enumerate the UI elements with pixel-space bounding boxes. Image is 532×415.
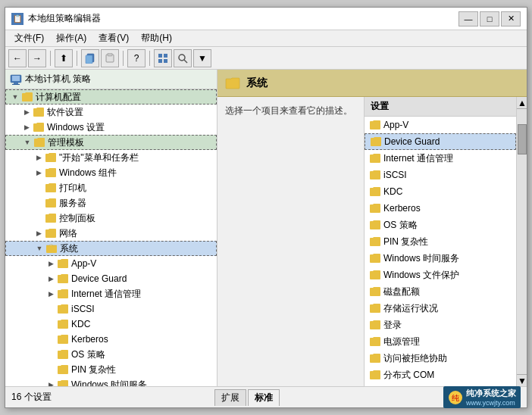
settings-item-internet[interactable]: Internet 通信管理 [365,150,516,167]
settings-item-kerberos[interactable]: Kerberos [365,200,516,217]
tree-node-deviceguard[interactable]: ▶ Device Guard [5,271,217,286]
settings-label-wintimeservice: Windows 时间服务 [383,252,459,265]
tab-standard[interactable]: 标准 [248,389,280,406]
watermark-icon: 纯 [448,390,463,405]
settings-label-winfileprotect: Windows 文件保护 [383,269,459,282]
svg-line-9 [184,60,187,63]
search-button[interactable] [174,49,192,67]
tree-node-internet[interactable]: ▶ Internet 通信管理 [5,286,217,301]
svg-point-8 [179,55,185,61]
tree-node-windows[interactable]: ▶ Windows 设置 [5,120,217,135]
settings-item-accessdenied[interactable]: 访问被拒绝协助 [365,350,516,367]
expand-wintimeservice[interactable]: ▶ [45,379,57,386]
tree-label-kdc: KDC [71,319,90,329]
settings-item-pin[interactable]: PIN 复杂性 [365,233,516,250]
tree-node-kdc[interactable]: KDC [5,317,217,332]
settings-scrollbar[interactable]: ▲ ▼ [516,97,527,386]
folder-icon-controlpanel [45,213,57,223]
expand-startmenu[interactable]: ▶ [33,151,45,164]
folder-icon-wintimeservice [57,379,69,386]
settings-item-wintimeservice[interactable]: Windows 时间服务 [365,250,516,267]
tree-label-network: 网络 [59,227,77,240]
tree-node-kerberos[interactable]: Kerberos [5,332,217,347]
settings-item-dcom[interactable]: 分布式 COM [365,367,516,383]
title-bar-buttons: — □ ✕ [458,11,521,27]
settings-item-ospolicy[interactable]: OS 策略 [365,217,516,233]
tree-node-appv[interactable]: ▶ App-V [5,256,217,271]
settings-label-deviceguard: Device Guard [384,136,440,147]
settings-item-login[interactable]: 登录 [365,317,516,333]
minimize-button[interactable]: — [458,11,478,27]
tree-label-wincomp: Windows 组件 [59,167,117,179]
computer-icon [10,74,22,85]
settings-item-appv[interactable]: App-V [365,117,516,133]
svg-rect-12 [14,83,18,84]
folder-icon-s-deviceguard [370,136,382,147]
tree-node-ospolicy[interactable]: OS 策略 [5,347,217,362]
tree-node-controlpanel[interactable]: 控制面板 [5,211,217,226]
tree-label-admin: 管理模板 [48,136,84,149]
tree-node-admin[interactable]: ▼ 管理模板 [5,135,217,150]
settings-item-kdc[interactable]: KDC [365,183,516,200]
tab-expand[interactable]: 扩展 [214,389,246,406]
scroll-down-button[interactable]: ▼ [517,374,527,386]
settings-item-winfileprotect[interactable]: Windows 文件保护 [365,267,516,283]
tree-area[interactable]: ▼ 计算机配置 ▶ 软件设置 ▶ [5,89,217,386]
tree-node-computer[interactable]: ▼ 计算机配置 [5,89,217,105]
menu-help[interactable]: 帮助(H) [135,30,178,46]
up-button[interactable]: ⬆ [55,49,73,67]
close-button[interactable]: ✕ [501,11,521,27]
expand-internet[interactable]: ▶ [45,288,57,300]
expand-windows[interactable]: ▶ [20,121,33,133]
tree-node-system[interactable]: ▼ 系统 [5,241,217,256]
tree-node-server[interactable]: 服务器 [5,195,217,211]
settings-label-login: 登录 [383,319,402,332]
svg-text:纯: 纯 [452,394,459,402]
menu-action[interactable]: 操作(A) [50,30,92,46]
copy-button[interactable] [81,49,99,67]
expand-system[interactable]: ▼ [33,242,45,254]
help-button[interactable]: ? [127,49,146,67]
tree-node-network[interactable]: ▶ 网络 [5,226,217,241]
left-panel-header: 本地计算机 策略 [5,70,217,89]
tree-node-startmenu[interactable]: ▶ "开始"菜单和任务栏 [5,150,217,165]
left-panel-title: 本地计算机 策略 [25,73,91,86]
tree-label-computer: 计算机配置 [36,91,81,104]
tree-node-iscsi[interactable]: iSCSI [5,301,217,317]
expand-computer[interactable]: ▼ [9,91,21,103]
scroll-thumb[interactable] [518,124,527,154]
settings-item-power[interactable]: 电源管理 [365,333,516,350]
expand-admin[interactable]: ▼ [21,136,33,148]
forward-button[interactable]: → [28,49,46,67]
expand-appv[interactable]: ▶ [45,257,57,270]
menu-view[interactable]: 查看(V) [92,30,135,46]
expand-software[interactable]: ▶ [20,106,33,118]
back-button[interactable]: ← [8,49,27,67]
menu-file[interactable]: 文件(F) [8,30,50,46]
folder-icon-s-power [369,336,381,347]
folder-icon-kdc [57,319,69,329]
settings-item-diskquota[interactable]: 磁盘配额 [365,283,516,300]
expand-network[interactable]: ▶ [33,227,45,239]
settings-item-iscsi[interactable]: iSCSI [365,167,516,183]
expand-deviceguard[interactable]: ▶ [45,273,57,285]
tree-node-software[interactable]: ▶ 软件设置 [5,105,217,120]
watermark-url: www.ycwjty.com [466,399,516,407]
tree-label-kerberos: Kerberos [71,334,108,345]
tree-label-appv: App-V [71,258,96,269]
tree-node-pin[interactable]: PIN 复杂性 [5,362,217,377]
maximize-button[interactable]: □ [480,11,499,27]
tree-node-wintimeservice[interactable]: ▶ Windows 时间服务 [5,377,217,386]
tree-node-printer[interactable]: 打印机 [5,180,217,195]
scroll-up-button[interactable]: ▲ [517,97,527,109]
tree-node-wincomp[interactable]: ▶ Windows 组件 [5,165,217,180]
filter-button[interactable]: ▼ [193,49,211,67]
folder-icon-s-iscsi [369,170,381,180]
scroll-track [517,154,527,374]
paste-button[interactable] [101,49,119,67]
tree-label-internet: Internet 通信管理 [71,288,141,301]
settings-item-deviceguard[interactable]: Device Guard [365,133,516,150]
expand-wincomp[interactable]: ▶ [33,167,45,179]
view-button[interactable] [154,49,172,67]
settings-item-storage[interactable]: 存储运行状况 [365,300,516,317]
